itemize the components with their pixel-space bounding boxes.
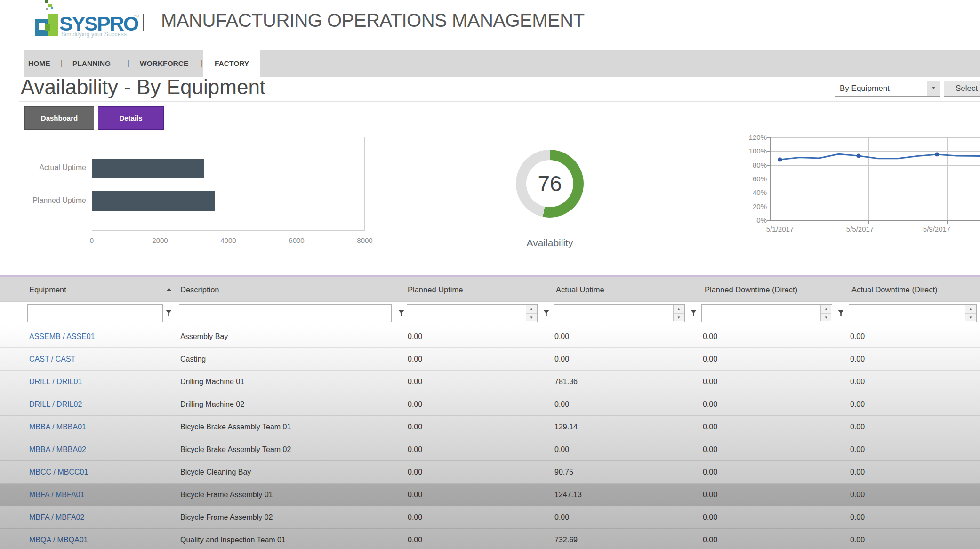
equipment-link[interactable]: CAST / CAST (29, 348, 75, 370)
filter-funnel-icon[interactable] (166, 310, 172, 316)
table-cell: 129.14 (554, 416, 578, 438)
line-y-tick: 80% (739, 161, 767, 169)
table-cell: Casting (180, 348, 206, 370)
number-spinner[interactable]: ▲▼ (673, 305, 684, 321)
bar-category-label: Actual Uptime (16, 163, 86, 172)
bar-x-tick: 8000 (346, 236, 384, 244)
equipment-link[interactable]: MBQA / MBQA01 (29, 529, 88, 549)
table-cell: 0.00 (408, 506, 422, 528)
line-y-axis-tick (767, 151, 770, 152)
table-cell: 0.00 (408, 461, 422, 483)
filter-funnel-icon[interactable] (398, 310, 404, 316)
nav-item-workforce[interactable]: WORKFORCE (140, 50, 188, 77)
equipment-link[interactable]: MBFA / MBFA01 (29, 484, 84, 506)
table-cell: 781.36 (554, 371, 578, 393)
table-cell: 0.00 (554, 506, 569, 528)
dropdown-arrow-icon[interactable]: ▼ (927, 81, 940, 96)
col-header-planned-downtime[interactable]: Planned Downtime (Direct) (705, 277, 797, 302)
col-header-equipment[interactable]: Equipment (29, 277, 66, 302)
table-cell: 0.00 (408, 393, 422, 415)
filter-input-planned-downtime[interactable]: ▲▼ (701, 304, 832, 322)
table-row[interactable]: ASSEMB / ASSE01Assembly Bay0.000.000.000… (0, 325, 980, 348)
title-underline (19, 101, 980, 102)
line-y-axis-tick (767, 137, 770, 138)
availability-gauge-ring: 76 (516, 150, 584, 218)
nav-item-factory[interactable]: FACTORY (215, 50, 249, 77)
filter-input-actual-uptime[interactable]: ▲▼ (554, 304, 685, 322)
line-y-axis-tick (767, 207, 770, 207)
table-row[interactable]: DRILL / DRIL02Drilling Machine 020.000.0… (0, 393, 980, 416)
equipment-link[interactable]: MBCC / MBCC01 (29, 461, 88, 483)
table-row[interactable]: MBQA / MBQA01Quality and Inspection Team… (0, 529, 980, 549)
bar-x-tick: 4000 (209, 236, 247, 244)
line-y-tick: 40% (739, 188, 767, 196)
table-cell: 0.00 (850, 529, 865, 549)
equipment-link[interactable]: MBBA / MBBA01 (29, 416, 86, 438)
filter-funnel-icon[interactable] (838, 310, 844, 316)
filter-funnel-icon[interactable] (691, 310, 697, 316)
trend-line (770, 132, 980, 221)
filter-input-equipment[interactable] (27, 304, 163, 322)
select-button[interactable]: Select (944, 81, 980, 97)
table-cell: 0.00 (554, 325, 569, 347)
table-cell: 0.00 (850, 438, 865, 460)
view-dropdown-value: By Equipment (840, 81, 890, 96)
availability-label: Availability (516, 237, 584, 249)
dashboard-tab-button[interactable]: Dashboard (24, 106, 94, 130)
filter-input-description[interactable] (179, 304, 392, 322)
col-header-description[interactable]: Description (180, 277, 219, 302)
nav-item-planning[interactable]: PLANNING (72, 50, 111, 77)
table-row[interactable]: MBBA / MBBA02Bicycle Brake Assembly Team… (0, 438, 980, 461)
gauge-center: 76 (526, 160, 573, 207)
brand-trademark: TM (134, 14, 139, 18)
line-y-axis-tick (767, 179, 770, 179)
table-cell: 0.00 (703, 371, 717, 393)
equipment-link[interactable]: ASSEMB / ASSE01 (29, 325, 95, 347)
table-cell: 0.00 (703, 438, 717, 460)
line-y-tick: 60% (739, 175, 767, 183)
details-tab-button[interactable]: Details (98, 106, 164, 130)
filter-input-planned-uptime[interactable]: ▲▼ (407, 304, 538, 322)
table-cell: 0.00 (703, 325, 717, 347)
table-cell: 0.00 (703, 506, 717, 528)
number-spinner[interactable]: ▲▼ (820, 305, 831, 321)
view-dropdown[interactable]: By Equipment ▼ (835, 81, 940, 97)
table-filter-row: ▲▼ ▲▼ ▲▼ ▲▼ (0, 302, 980, 325)
table-row[interactable]: MBFA / MBFA01Bicycle Frame Assembly 010.… (0, 484, 980, 506)
line-x-tick: 5/5/2017 (834, 225, 886, 233)
line-y-axis-tick (767, 165, 770, 166)
table-cell: 0.00 (850, 416, 865, 438)
table-cell: 0.00 (703, 529, 717, 549)
planned-uptime-bar (92, 191, 215, 211)
table-cell: 0.00 (408, 371, 422, 393)
equipment-link[interactable]: DRILL / DRIL02 (29, 393, 82, 415)
table-row[interactable]: CAST / CASTCasting0.000.000.000.00 (0, 348, 980, 371)
table-cell: 0.00 (408, 438, 422, 460)
nav-active-tab-background: FACTORY (203, 50, 260, 77)
equipment-link[interactable]: DRILL / DRIL01 (29, 371, 82, 393)
col-header-actual-downtime[interactable]: Actual Downtime (Direct) (851, 277, 937, 302)
table-cell: 0.00 (703, 416, 717, 438)
table-row[interactable]: MBBA / MBBA01Bicycle Brake Assembly Team… (0, 416, 980, 438)
table-row[interactable]: DRILL / DRIL01Drilling Machine 010.00781… (0, 371, 980, 393)
nav-item-home[interactable]: HOME (28, 50, 50, 77)
bar-x-tick: 2000 (141, 236, 179, 244)
number-spinner[interactable]: ▲▼ (965, 305, 976, 321)
table-cell: 0.00 (850, 393, 865, 415)
filter-funnel-icon[interactable] (543, 310, 549, 316)
filter-input-actual-downtime[interactable]: ▲▼ (849, 304, 977, 322)
header-separator: | (143, 14, 144, 31)
col-header-actual-uptime[interactable]: Actual Uptime (556, 277, 604, 302)
sort-ascending-icon (166, 288, 172, 291)
table-cell: 732.69 (554, 529, 578, 549)
equipment-link[interactable]: MBFA / MBFA02 (29, 506, 84, 528)
uptime-bar-chart (92, 137, 365, 231)
nav-separator: | (127, 50, 129, 77)
line-y-tick: 120% (739, 133, 767, 141)
table-row[interactable]: MBCC / MBCC01Bicycle Cleaning Bay0.0090.… (0, 461, 980, 484)
table-row[interactable]: MBFA / MBFA02Bicycle Frame Assembly 020.… (0, 506, 980, 529)
col-header-planned-uptime[interactable]: Planned Uptime (408, 277, 463, 302)
line-x-tick: 5/1/2017 (754, 225, 806, 233)
number-spinner[interactable]: ▲▼ (526, 305, 537, 321)
equipment-link[interactable]: MBBA / MBBA02 (29, 438, 86, 460)
